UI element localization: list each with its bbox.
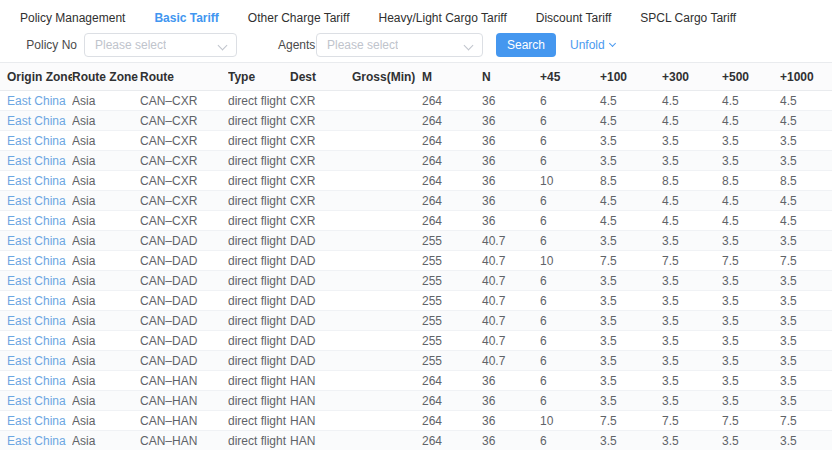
origin-zone-link[interactable]: East China	[0, 111, 72, 131]
tab-spcl-cargo-tariff[interactable]: SPCL Cargo Tariff	[640, 11, 736, 25]
table-row: East ChinaAsiaCAN–CXRdirect flightCXR264…	[0, 151, 832, 171]
plus45-cell: 6	[536, 431, 596, 450]
table-row: East ChinaAsiaCAN–CXRdirect flightCXR264…	[0, 91, 832, 111]
tab-other-charge-tariff[interactable]: Other Charge Tariff	[248, 11, 350, 25]
plus1000-cell: 3.5	[776, 131, 832, 151]
plus45-cell: 6	[536, 331, 596, 351]
plus500-cell: 3.5	[718, 151, 776, 171]
origin-zone-link[interactable]: East China	[0, 431, 72, 450]
m-cell: 255	[418, 271, 478, 291]
dest-cell: DAD	[290, 331, 352, 351]
plus100-cell: 7.5	[596, 411, 658, 431]
unfold-link[interactable]: Unfold	[570, 38, 615, 52]
m-cell: 264	[418, 111, 478, 131]
dest-cell: DAD	[290, 251, 352, 271]
type-cell: direct flight	[228, 431, 290, 450]
type-cell: direct flight	[228, 91, 290, 111]
origin-zone-link[interactable]: East China	[0, 91, 72, 111]
plus45-cell: 6	[536, 391, 596, 411]
agents-placeholder: Please select	[327, 38, 398, 52]
origin-zone-link[interactable]: East China	[0, 351, 72, 371]
m-cell: 255	[418, 331, 478, 351]
type-cell: direct flight	[228, 231, 290, 251]
dest-cell: HAN	[290, 431, 352, 450]
origin-zone-link[interactable]: East China	[0, 391, 72, 411]
plus300-cell: 3.5	[658, 271, 718, 291]
n-cell: 36	[478, 191, 536, 211]
plus1000-cell: 3.5	[776, 431, 832, 450]
origin-zone-link[interactable]: East China	[0, 231, 72, 251]
route-cell: CAN–CXR	[140, 111, 228, 131]
col-header-plus300: +300	[658, 63, 718, 91]
table-row: East ChinaAsiaCAN–HANdirect flightHAN264…	[0, 391, 832, 411]
table-row: East ChinaAsiaCAN–CXRdirect flightCXR264…	[0, 191, 832, 211]
tab-basic-tariff[interactable]: Basic Tariff	[154, 11, 218, 25]
plus100-cell: 3.5	[596, 311, 658, 331]
origin-zone-link[interactable]: East China	[0, 151, 72, 171]
m-cell: 264	[418, 171, 478, 191]
route-cell: CAN–DAD	[140, 271, 228, 291]
type-cell: direct flight	[228, 371, 290, 391]
plus300-cell: 4.5	[658, 211, 718, 231]
route-cell: CAN–CXR	[140, 171, 228, 191]
col-header-plus1000: +1000	[776, 63, 832, 91]
table-row: East ChinaAsiaCAN–DADdirect flightDAD255…	[0, 231, 832, 251]
m-cell: 255	[418, 251, 478, 271]
n-cell: 36	[478, 131, 536, 151]
plus1000-cell: 7.5	[776, 251, 832, 271]
dest-cell: CXR	[290, 111, 352, 131]
tab-heavy-light-cargo-tariff[interactable]: Heavy/Light Cargo Tariff	[378, 11, 506, 25]
plus300-cell: 7.5	[658, 251, 718, 271]
origin-zone-link[interactable]: East China	[0, 311, 72, 331]
n-cell: 36	[478, 151, 536, 171]
agents-select[interactable]: Please select	[316, 33, 483, 57]
origin-zone-link[interactable]: East China	[0, 411, 72, 431]
origin-zone-link[interactable]: East China	[0, 371, 72, 391]
n-cell: 40.7	[478, 271, 536, 291]
plus1000-cell: 3.5	[776, 151, 832, 171]
route-zone-cell: Asia	[72, 211, 140, 231]
route-zone-cell: Asia	[72, 131, 140, 151]
m-cell: 255	[418, 231, 478, 251]
origin-zone-link[interactable]: East China	[0, 131, 72, 151]
plus300-cell: 3.5	[658, 431, 718, 450]
origin-zone-link[interactable]: East China	[0, 271, 72, 291]
policy-no-placeholder: Please select	[95, 38, 166, 52]
origin-zone-link[interactable]: East China	[0, 251, 72, 271]
plus300-cell: 4.5	[658, 191, 718, 211]
tab-policy-management[interactable]: Policy Management	[20, 11, 125, 25]
route-cell: CAN–DAD	[140, 311, 228, 331]
table-row: East ChinaAsiaCAN–CXRdirect flightCXR264…	[0, 111, 832, 131]
plus100-cell: 3.5	[596, 431, 658, 450]
table-row: East ChinaAsiaCAN–DADdirect flightDAD255…	[0, 291, 832, 311]
origin-zone-link[interactable]: East China	[0, 191, 72, 211]
plus500-cell: 3.5	[718, 131, 776, 151]
n-cell: 40.7	[478, 351, 536, 371]
gross-min-cell	[352, 291, 418, 311]
dest-cell: DAD	[290, 291, 352, 311]
tab-discount-tariff[interactable]: Discount Tariff	[536, 11, 612, 25]
plus300-cell: 3.5	[658, 231, 718, 251]
route-zone-cell: Asia	[72, 111, 140, 131]
policy-no-select[interactable]: Please select	[84, 33, 237, 57]
origin-zone-link[interactable]: East China	[0, 211, 72, 231]
plus500-cell: 4.5	[718, 91, 776, 111]
plus100-cell: 4.5	[596, 91, 658, 111]
plus300-cell: 3.5	[658, 331, 718, 351]
dest-cell: HAN	[290, 371, 352, 391]
gross-min-cell	[352, 251, 418, 271]
plus100-cell: 4.5	[596, 191, 658, 211]
search-button[interactable]: Search	[496, 33, 556, 57]
m-cell: 255	[418, 351, 478, 371]
origin-zone-link[interactable]: East China	[0, 171, 72, 191]
route-cell: CAN–HAN	[140, 411, 228, 431]
m-cell: 255	[418, 311, 478, 331]
route-cell: CAN–DAD	[140, 331, 228, 351]
origin-zone-link[interactable]: East China	[0, 331, 72, 351]
m-cell: 264	[418, 151, 478, 171]
origin-zone-link[interactable]: East China	[0, 291, 72, 311]
type-cell: direct flight	[228, 171, 290, 191]
plus45-cell: 6	[536, 131, 596, 151]
n-cell: 36	[478, 211, 536, 231]
plus1000-cell: 3.5	[776, 231, 832, 251]
